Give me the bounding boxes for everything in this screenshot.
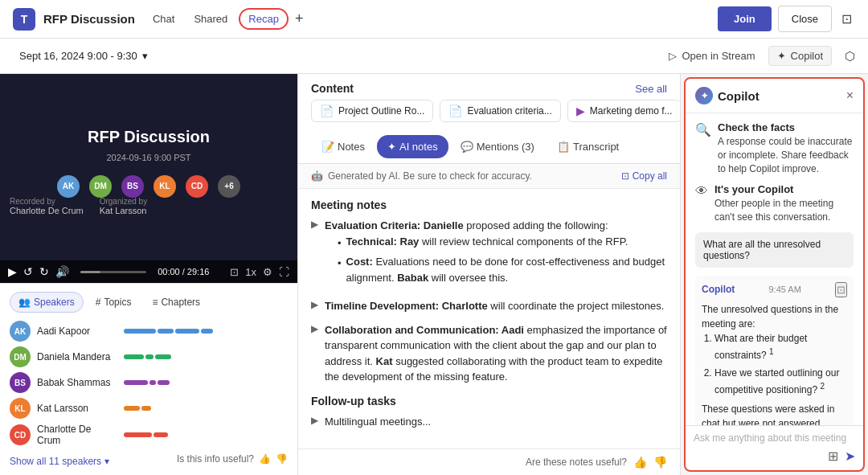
response-name: Copilot bbox=[702, 284, 735, 295]
copilot-sparkle-icon: ✦ bbox=[777, 50, 786, 62]
avatars-row: AK DM BS KL CD +6 bbox=[57, 175, 240, 198]
question-button[interactable]: What are all the unresolved questions? bbox=[695, 232, 854, 268]
file-chip-1[interactable]: 📄 Evaluation criteria... bbox=[440, 100, 560, 122]
speakers-label: Speakers bbox=[34, 297, 75, 308]
date-selector[interactable]: Sept 16, 2024 9:00 - 9:30 ▾ bbox=[13, 47, 154, 65]
speaker-list: AK Aadi Kapoor DM Daniela Mandera bbox=[10, 321, 288, 446]
speaker-name: Kat Larsson bbox=[37, 403, 117, 414]
organized-by-name: Kat Larsson bbox=[100, 206, 147, 215]
show-all-speakers-button[interactable]: Show all 11 speakers ▾ bbox=[10, 456, 109, 467]
copilot-panel: ✦ Copilot × 🔍 Check the facts A response… bbox=[684, 77, 865, 472]
avatar: KL bbox=[10, 398, 31, 419]
caption-icon[interactable]: ⊡ bbox=[230, 266, 239, 278]
close-copilot-button[interactable]: × bbox=[846, 88, 854, 103]
top-bar-right: Join Close ⊡ bbox=[718, 6, 855, 32]
file-name-1: Evaluation criteria... bbox=[467, 105, 551, 117]
grid-icon-button[interactable]: ⊞ bbox=[828, 448, 838, 464]
useful-row: Is this info useful? 👍 👎 bbox=[177, 453, 288, 465]
open-stream-button[interactable]: ▷ Open in Stream bbox=[669, 50, 755, 62]
copilot-toggle-button[interactable]: ✦ Copilot bbox=[768, 46, 832, 66]
see-all-button[interactable]: See all bbox=[635, 83, 667, 95]
tab-recap[interactable]: Recap bbox=[239, 8, 289, 30]
volume-button[interactable]: 🔊 bbox=[55, 265, 69, 278]
speaker-name: Daniela Mandera bbox=[37, 351, 117, 362]
copilot-header: ✦ Copilot × bbox=[686, 79, 863, 113]
thumbs-down-icon[interactable]: 👎 bbox=[276, 453, 288, 465]
file-chip-2[interactable]: ▶ Marketing demo f... bbox=[567, 100, 680, 122]
speaker-bars bbox=[124, 354, 288, 359]
close-button[interactable]: Close bbox=[778, 6, 832, 32]
speaker-name: Charlotte De Crum bbox=[37, 424, 117, 446]
note-body: Timeline Development: Charlotte will coo… bbox=[325, 298, 664, 314]
avatar-5: CD bbox=[186, 175, 208, 198]
tab-mentions[interactable]: 💬 Mentions (3) bbox=[450, 135, 545, 158]
app-icon: T bbox=[13, 8, 35, 31]
more-options-icon[interactable]: ⊡ bbox=[838, 8, 855, 30]
copilot-input[interactable] bbox=[694, 432, 855, 444]
note-bullet: • Cost: Evaluations need to be done for … bbox=[338, 254, 667, 285]
thumbs-up-icon[interactable]: 👍 bbox=[259, 453, 271, 465]
copilot-body: 🔍 Check the facts A response could be in… bbox=[686, 113, 863, 425]
notes-tab-icon: 📝 bbox=[321, 141, 334, 153]
copy-response-button[interactable]: ⊡ bbox=[835, 282, 847, 297]
mentions-icon: 💬 bbox=[461, 141, 473, 153]
copy-icon: ⊡ bbox=[621, 170, 629, 182]
second-bar: Sept 16, 2024 9:00 - 9:30 ▾ ▷ Open in St… bbox=[0, 39, 868, 74]
tab-speakers[interactable]: 👥 Speakers bbox=[10, 292, 84, 313]
avatar: BS bbox=[10, 372, 31, 393]
response-intro: The unresolved questions in the meeting … bbox=[702, 304, 838, 330]
tab-ai-notes[interactable]: ✦ AI notes bbox=[377, 135, 448, 158]
fullscreen-icon[interactable]: ⛶ bbox=[279, 266, 289, 278]
play-button[interactable]: ▶ bbox=[8, 265, 17, 278]
send-button[interactable]: ➤ bbox=[845, 448, 855, 464]
avatar-2: DM bbox=[89, 175, 112, 198]
file-chip-0[interactable]: 📄 Project Outline Ro... bbox=[311, 100, 433, 122]
content-files: 📄 Project Outline Ro... 📄 Evaluation cri… bbox=[298, 100, 680, 130]
content-header: Content See all bbox=[298, 74, 680, 100]
middle-panel: Content See all 📄 Project Outline Ro... … bbox=[297, 74, 681, 475]
speed-label[interactable]: 1x bbox=[245, 266, 256, 278]
speakers-icon: 👥 bbox=[18, 297, 31, 308]
expand-arrow[interactable]: ▶ bbox=[311, 219, 318, 290]
rewind-button[interactable]: ↺ bbox=[23, 265, 33, 278]
video-title: RFP Discussion bbox=[88, 128, 210, 146]
your-copilot-content: It's your Copilot Other people in the me… bbox=[714, 183, 854, 224]
fast-forward-button[interactable]: ↻ bbox=[39, 265, 49, 278]
list-item: DM Daniela Mandera bbox=[10, 346, 288, 367]
your-copilot-title: It's your Copilot bbox=[714, 183, 854, 195]
share-icon[interactable]: ⬡ bbox=[845, 49, 855, 63]
tab-chat[interactable]: Chat bbox=[145, 8, 182, 30]
speaker-name: Aadi Kapoor bbox=[37, 326, 117, 337]
bullet-text: Technical: Ray will review technical com… bbox=[346, 234, 628, 252]
content-label: Content bbox=[311, 82, 354, 95]
expand-arrow[interactable]: ▶ bbox=[311, 299, 318, 314]
tab-topics[interactable]: # Topics bbox=[87, 292, 141, 313]
tab-chapters[interactable]: ≡ Chapters bbox=[143, 292, 209, 313]
join-button[interactable]: Join bbox=[718, 6, 772, 31]
tab-notes[interactable]: 📝 Notes bbox=[311, 135, 375, 158]
settings-icon[interactable]: ⚙ bbox=[263, 266, 272, 278]
note-body: Collaboration and Communication: Aadi em… bbox=[325, 322, 667, 385]
copy-all-label: Copy all bbox=[633, 170, 667, 182]
progress-bar[interactable] bbox=[80, 271, 146, 273]
recorded-by: Recorded by Charlotte De Crum Organized … bbox=[10, 197, 147, 215]
expand-arrow[interactable]: ▶ bbox=[311, 323, 318, 385]
response-followup: These questions were asked in chat but w… bbox=[702, 402, 847, 425]
file-icon-video: ▶ bbox=[576, 104, 585, 117]
note-strong: Timeline Development: Charlotte bbox=[325, 300, 488, 312]
ai-notes-bar: 🤖 Generated by AI. Be sure to check for … bbox=[298, 164, 680, 189]
thumbs-up-notes-button[interactable]: 👍 bbox=[633, 456, 647, 469]
copy-all-button[interactable]: ⊡ Copy all bbox=[621, 170, 667, 182]
thumbs-down-notes-button[interactable]: 👎 bbox=[653, 456, 667, 469]
avatar-more: +6 bbox=[218, 175, 240, 198]
speaker-name: Babak Shammas bbox=[37, 377, 117, 388]
left-panel: RFP Discussion 2024-09-16 9:00 PST AK DM… bbox=[0, 74, 297, 475]
expand-arrow[interactable]: ▶ bbox=[311, 415, 318, 430]
notes-content: Meeting notes ▶ Evaluation Criteria: Dan… bbox=[298, 189, 680, 448]
speaker-tabs: 👥 Speakers # Topics ≡ Chapters bbox=[10, 292, 288, 313]
avatar: AK bbox=[10, 321, 31, 342]
tab-transcript[interactable]: 📋 Transcript bbox=[547, 135, 629, 158]
tab-shared[interactable]: Shared bbox=[186, 8, 235, 30]
recorded-by-label: Recorded by bbox=[10, 197, 84, 206]
add-tab-icon[interactable]: + bbox=[292, 7, 307, 31]
